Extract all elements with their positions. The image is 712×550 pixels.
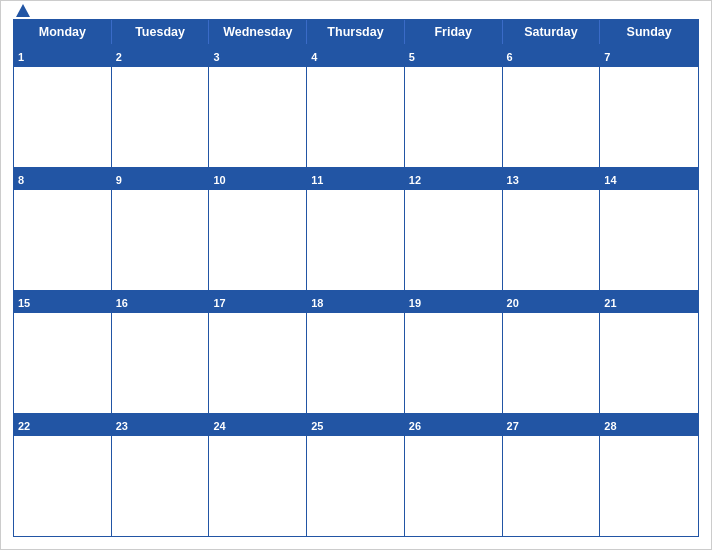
day-content-5 [405,67,502,167]
day-content-4 [307,67,404,167]
day-cell-9: 9 [112,168,210,290]
day-content-17 [209,313,306,413]
day-cell-12: 12 [405,168,503,290]
day-number-23: 23 [116,420,128,432]
day-content-24 [209,436,306,536]
day-number-11: 11 [311,174,323,186]
day-content-28 [600,436,698,536]
day-header-tuesday: Tuesday [112,20,210,44]
day-number-8: 8 [18,174,24,186]
day-cell-1: 1 [14,45,112,167]
day-cell-19: 19 [405,291,503,413]
day-cell-14: 14 [600,168,698,290]
day-content-11 [307,190,404,290]
day-header-saturday: Saturday [503,20,601,44]
day-number-21: 21 [604,297,616,309]
day-number-27: 27 [507,420,519,432]
day-number-3: 3 [213,51,219,63]
day-cell-2: 2 [112,45,210,167]
day-content-6 [503,67,600,167]
day-content-10 [209,190,306,290]
day-cell-3: 3 [209,45,307,167]
day-content-22 [14,436,111,536]
day-cell-20: 20 [503,291,601,413]
day-number-5: 5 [409,51,415,63]
day-content-12 [405,190,502,290]
day-content-3 [209,67,306,167]
day-number-7: 7 [604,51,610,63]
weeks-container: 1234567891011121314151617181920212223242… [14,44,698,536]
day-number-22: 22 [18,420,30,432]
calendar-grid: MondayTuesdayWednesdayThursdayFridaySatu… [13,19,699,537]
day-content-26 [405,436,502,536]
day-cell-6: 6 [503,45,601,167]
logo-area [13,3,31,19]
day-cell-28: 28 [600,414,698,536]
svg-marker-0 [16,4,30,17]
day-cell-17: 17 [209,291,307,413]
day-number-14: 14 [604,174,616,186]
day-content-23 [112,436,209,536]
day-cell-24: 24 [209,414,307,536]
day-number-4: 4 [311,51,317,63]
day-content-14 [600,190,698,290]
day-cell-22: 22 [14,414,112,536]
logo-blue-text [13,3,31,19]
day-cell-8: 8 [14,168,112,290]
day-number-18: 18 [311,297,323,309]
week-row-1: 1234567 [14,44,698,167]
day-cell-11: 11 [307,168,405,290]
day-cell-13: 13 [503,168,601,290]
day-header-monday: Monday [14,20,112,44]
day-content-18 [307,313,404,413]
day-content-19 [405,313,502,413]
day-cell-4: 4 [307,45,405,167]
week-row-3: 15161718192021 [14,290,698,413]
day-number-16: 16 [116,297,128,309]
day-cell-16: 16 [112,291,210,413]
day-content-20 [503,313,600,413]
day-number-15: 15 [18,297,30,309]
day-number-12: 12 [409,174,421,186]
day-content-21 [600,313,698,413]
day-cell-21: 21 [600,291,698,413]
day-number-9: 9 [116,174,122,186]
day-number-1: 1 [18,51,24,63]
day-number-2: 2 [116,51,122,63]
day-cell-7: 7 [600,45,698,167]
day-content-7 [600,67,698,167]
logo-icon [15,3,31,19]
week-row-4: 22232425262728 [14,413,698,536]
day-content-16 [112,313,209,413]
day-cell-26: 26 [405,414,503,536]
day-number-26: 26 [409,420,421,432]
day-cell-10: 10 [209,168,307,290]
day-number-6: 6 [507,51,513,63]
day-content-9 [112,190,209,290]
day-cell-23: 23 [112,414,210,536]
week-row-2: 891011121314 [14,167,698,290]
day-number-28: 28 [604,420,616,432]
day-number-17: 17 [213,297,225,309]
day-cell-5: 5 [405,45,503,167]
day-number-24: 24 [213,420,225,432]
day-headers: MondayTuesdayWednesdayThursdayFridaySatu… [14,20,698,44]
day-number-20: 20 [507,297,519,309]
day-content-2 [112,67,209,167]
day-content-27 [503,436,600,536]
day-cell-27: 27 [503,414,601,536]
day-number-19: 19 [409,297,421,309]
calendar-wrapper: MondayTuesdayWednesdayThursdayFridaySatu… [0,0,712,550]
day-content-1 [14,67,111,167]
day-header-thursday: Thursday [307,20,405,44]
day-content-25 [307,436,404,536]
day-content-13 [503,190,600,290]
day-number-13: 13 [507,174,519,186]
day-header-friday: Friday [405,20,503,44]
day-cell-15: 15 [14,291,112,413]
day-header-sunday: Sunday [600,20,698,44]
day-content-8 [14,190,111,290]
day-cell-25: 25 [307,414,405,536]
day-number-25: 25 [311,420,323,432]
day-number-10: 10 [213,174,225,186]
